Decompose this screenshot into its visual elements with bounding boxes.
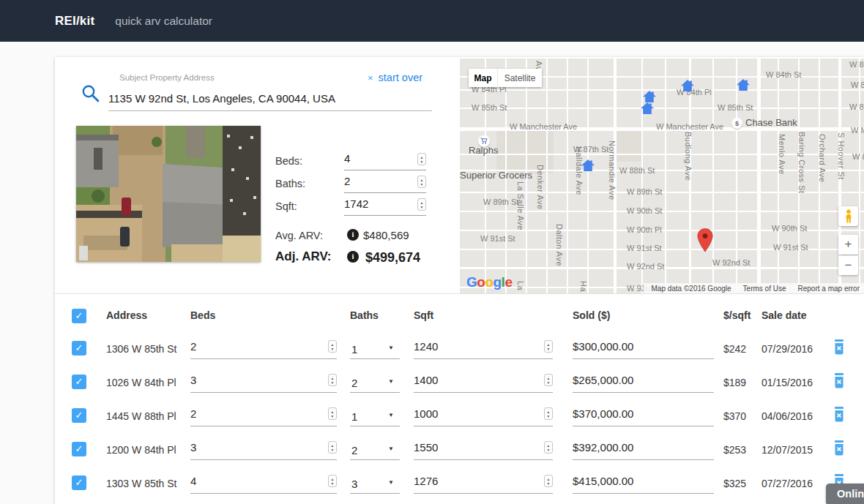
beds-input[interactable] [344,151,410,165]
map-street-label: W M [851,126,864,135]
sqft-input[interactable] [414,473,538,487]
stepper-icon[interactable]: ▴▾ [328,441,337,454]
baths-select[interactable]: 1 ▼ [350,338,400,359]
sold-input[interactable] [573,338,714,353]
beds-input[interactable] [190,372,322,386]
avg-arv-label: Avg. ARV: [275,230,323,241]
baths-select[interactable]: 2 ▼ [350,439,400,460]
comp-house-marker-icon[interactable] [737,79,750,91]
row-checkbox[interactable]: ✓ [72,408,86,423]
stepper-icon[interactable]: ▴▾ [417,153,426,165]
report-map-error-link[interactable]: Report a map error [798,285,860,293]
sqft-input[interactable] [414,405,538,420]
price-per-sqft: $189 [723,377,746,388]
stepper-icon[interactable]: ▴▾ [328,374,337,386]
table-row: ✓ 1026 W 84th Pl ▴▾ 2 ▼ ▴▾ $189 01/15/20… [55,365,864,399]
address-field-label: Subject Property Address [119,73,215,82]
sqft-label: Sqft: [275,200,297,212]
map-street-line [567,59,568,293]
stepper-icon[interactable]: ▴▾ [544,475,553,487]
map-street-label: W Manchester Ave [656,122,723,131]
row-checkbox[interactable]: ✓ [72,375,86,389]
baths-select[interactable]: 1 ▼ [350,405,400,426]
delete-row-button[interactable] [833,373,846,388]
select-all-checkbox[interactable]: ✓ [72,309,86,323]
brand-logo: REI/kit [55,14,94,29]
avg-arv-value: $480,569 [363,229,409,241]
price-per-sqft: $253 [723,444,746,456]
zoom-in-button[interactable]: + [838,235,858,255]
stepper-icon[interactable]: ▴▾ [544,441,553,454]
bank-icon[interactable]: $ [731,118,742,129]
map-street-label: W 89th St [483,198,518,206]
map-view-button[interactable]: Map [469,69,498,87]
zoom-out-button[interactable]: − [838,255,858,275]
sqft-input[interactable] [344,196,410,210]
col-sale-date: Sale date [761,309,806,321]
stepper-icon[interactable]: ▴▾ [544,340,553,353]
sqft-input[interactable] [414,439,538,454]
beds-input[interactable] [190,338,322,353]
stepper-icon[interactable]: ▴▾ [328,475,337,487]
table-row: ✓ 1445 W 88th Pl ▴▾ 1 ▼ ▴▾ $370 04/06/20… [55,399,864,432]
sale-date: 01/15/2016 [761,377,813,388]
terms-of-use-link[interactable]: Terms of Use [743,285,786,293]
chat-status-badge[interactable]: Online [826,484,864,504]
comp-house-marker-icon[interactable] [641,102,654,114]
grocery-store-icon[interactable] [478,135,490,147]
baths-input[interactable] [344,173,410,187]
map-street-label: W Manchester Ave [510,122,577,131]
sold-input[interactable] [573,372,714,386]
satellite-view-button[interactable]: Satellite [498,69,542,87]
start-over-button[interactable]: ×start over [368,72,422,83]
stepper-icon[interactable]: ▴▾ [328,340,337,353]
stepper-icon[interactable]: ▴▾ [328,407,337,420]
comp-house-marker-icon[interactable] [581,159,595,171]
map-block [617,131,641,162]
stepper-icon[interactable]: ▴▾ [417,198,426,211]
beds-input[interactable] [190,473,322,487]
map-street-label: Baring Cross St [797,132,806,194]
delete-row-button[interactable] [833,407,846,422]
subject-map-pin[interactable] [697,228,713,253]
map-poi-label: Superior Grocers [460,170,532,181]
col-sold: Sold ($) [573,309,610,321]
sold-input[interactable] [573,439,714,454]
sold-input[interactable] [573,473,714,487]
map-attribution: Map data ©2016 Google Terms of Use Repor… [644,283,864,293]
baths-label: Baths: [275,178,305,189]
stepper-icon[interactable]: ▴▾ [417,176,426,188]
street-view-pegman-button[interactable] [838,206,858,226]
col-address: Address [106,309,147,321]
delete-row-button[interactable] [833,339,846,355]
row-checkbox[interactable]: ✓ [72,442,86,456]
beds-input[interactable] [190,405,322,420]
comp-house-marker-icon[interactable] [643,91,656,102]
comp-address: 1306 W 85th St [106,343,188,355]
map-street-label: W 90th St [627,206,662,215]
stepper-icon[interactable]: ▴▾ [544,374,553,386]
beds-input[interactable] [190,439,322,454]
map-street-label: W 8 [852,152,864,161]
baths-select[interactable]: 2 ▼ [350,372,400,393]
map-street-label: Ha [579,281,588,292]
delete-row-button[interactable] [833,440,846,456]
info-icon[interactable]: i [347,229,359,241]
google-logo-letter: G [466,274,477,290]
map-street-label: W 91st St [773,243,808,252]
row-checkbox[interactable]: ✓ [72,475,86,490]
stepper-icon[interactable]: ▴▾ [544,407,553,420]
row-checkbox[interactable]: ✓ [72,341,86,356]
col-baths: Baths [350,309,379,321]
map-street-label: W 85th St [472,103,507,112]
map-street-label: Orchard Ave [818,134,827,182]
info-icon[interactable]: i [347,251,359,263]
comp-house-marker-icon[interactable] [681,80,694,91]
map-street-label: Dalton Ave [555,224,564,266]
sqft-input[interactable] [414,338,538,353]
google-map[interactable]: W 84th PlW 85th StW Manchester AveW 89th… [460,59,864,293]
sqft-input[interactable] [414,372,538,386]
sold-input[interactable] [573,405,714,420]
subject-address-input[interactable] [108,89,432,111]
baths-select[interactable]: 3 ▼ [350,473,400,494]
